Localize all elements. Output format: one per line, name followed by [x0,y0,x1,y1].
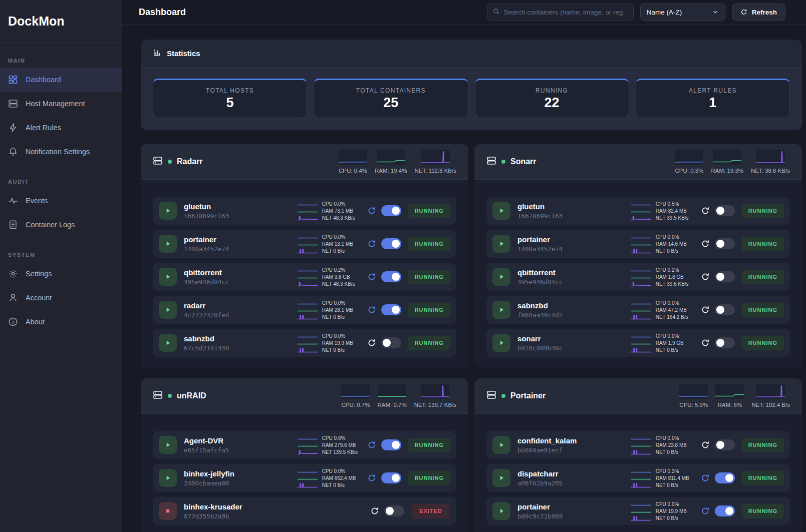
host-net-label: NET: 38.6 KB/s [751,168,790,174]
sort-select[interactable]: Name (A-Z) [640,4,725,21]
start-container-button[interactable] [492,202,510,220]
sidebar-item-label: Container Logs [26,221,75,229]
cpu-value: CPU 0.2% [656,267,698,273]
mini-stat-cpu: CPU 0.2% [631,267,698,273]
ram-value: RAM 82.4 MB [656,208,698,214]
sidebar-item-notification-settings[interactable]: Notification Settings [0,140,122,164]
container-row-portainer: portainer1408a3452e74CPU 0.0%RAM 14.6 MB… [486,230,790,258]
sidebar-item-events[interactable]: Events [0,189,122,213]
restart-container-icon[interactable] [367,440,376,449]
cpu-sparkline [631,201,652,207]
sidebar-item-alert-rules[interactable]: Alert Rules [0,116,122,140]
start-container-button[interactable] [492,301,510,319]
mini-stat-ram: RAM 1.9 GB [631,340,698,346]
restart-container-icon[interactable] [701,473,710,482]
container-row-portainer: portainerb89c9c71b069CPU 0.0%RAM 19.9 MB… [486,497,790,525]
cpu-value: CPU 0.0% [322,468,364,474]
ram-sparkline [631,442,652,448]
ram-value: RAM 23.8 MB [656,442,698,448]
sidebar-item-label: Events [26,197,48,205]
restart-container-icon[interactable] [367,239,376,248]
mini-stat-ram: RAM 47.2 MB [631,307,698,313]
container-name: gluetun [184,202,229,211]
cpu-sparkline [631,501,652,507]
play-icon [497,339,505,347]
start-container-button[interactable] [492,268,510,286]
container-mini-stats: CPU 0.0%RAM 13.1 MBNET 0 B/s [297,234,364,254]
auto-restart-toggle[interactable] [381,238,401,249]
restart-container-icon[interactable] [367,305,376,314]
container-mini-stats: CPU 0.5%RAM 82.4 MBNET 39.5 KB/s [631,201,698,221]
auto-restart-toggle[interactable] [715,205,735,216]
restart-container-icon[interactable] [701,272,710,281]
container-id: 1408a3452e74 [517,245,563,253]
auto-restart-toggle[interactable] [715,505,735,516]
toggle-knob [716,240,724,248]
restart-container-icon[interactable] [370,506,379,515]
start-container-button[interactable] [159,469,177,487]
refresh-button[interactable]: Refresh [732,4,785,21]
start-container-button[interactable] [492,469,510,487]
mini-stat-ram: RAM 19.9 MB [297,340,364,346]
restart-container-icon[interactable] [701,206,710,215]
start-container-button[interactable] [159,268,177,286]
cpu-sparkline [297,300,318,306]
restart-container-icon[interactable] [701,440,710,449]
auto-restart-toggle[interactable] [384,505,404,516]
auto-restart-toggle[interactable] [715,238,735,249]
container-row-agent-dvr: Agent-DVRe65f15afcfa5CPU 0.6%RAM 279.6 M… [153,431,456,459]
start-container-button[interactable] [159,334,177,352]
sidebar-item-dashboard[interactable]: Dashboard [0,68,122,92]
container-search[interactable] [487,4,634,21]
start-container-button[interactable] [492,235,510,253]
auto-restart-toggle[interactable] [715,439,735,450]
container-state-badge: RUNNING [742,204,784,218]
restart-container-icon[interactable] [367,473,376,482]
gear-icon [8,269,18,279]
search-input[interactable] [504,9,628,16]
start-container-button[interactable] [159,436,177,454]
sidebar-item-host-management[interactable]: Host Management [0,92,122,116]
host-ram-sparkline [377,150,405,165]
auto-restart-toggle[interactable] [715,271,735,282]
auto-restart-toggle[interactable] [381,439,401,450]
start-container-button[interactable] [492,436,510,454]
start-container-button[interactable] [492,502,510,520]
cpu-value: CPU 0.0% [656,435,698,441]
auto-restart-toggle[interactable] [715,472,735,483]
restart-container-icon[interactable] [367,272,376,281]
auto-restart-toggle[interactable] [381,472,401,483]
auto-restart-toggle[interactable] [381,205,401,216]
auto-restart-toggle[interactable] [381,304,401,315]
container-mini-stats: CPU 0.6%RAM 279.6 MBNET 139.5 KB/s [297,435,364,455]
sidebar-item-container-logs[interactable]: Container Logs [0,213,122,237]
auto-restart-toggle[interactable] [715,304,735,315]
start-container-button[interactable] [159,202,177,220]
sidebar-item-settings[interactable]: Settings [0,262,122,286]
restart-container-icon[interactable] [367,206,376,215]
net-sparkline [631,248,652,254]
restart-container-icon[interactable] [367,338,376,347]
restart-container-icon[interactable] [701,305,710,314]
restart-container-icon[interactable] [701,506,710,515]
mini-stat-ram: RAM 3.8 GB [297,274,364,280]
auto-restart-toggle[interactable] [381,271,401,282]
stat-card-alert-rules: ALERT RULES1 [636,79,790,118]
start-container-button[interactable] [159,301,177,319]
nav-section: SYSTEMSettingsAccountAbout [0,252,122,334]
start-container-button[interactable] [159,235,177,253]
nav-section: AUDITEventsContainer Logs [0,179,122,237]
auto-restart-toggle[interactable] [381,337,401,348]
auto-restart-toggle[interactable] [715,337,735,348]
sidebar-item-account[interactable]: Account [0,286,122,310]
mini-stat-net: NET 39.6 KB/s [631,281,698,287]
container-meta: radarr4c2722328fed [184,301,229,319]
container-mini-stats: CPU 0.0%RAM 14.6 MBNET 0 B/s [631,234,698,254]
restart-container-icon[interactable] [701,338,710,347]
container-state-badge: RUNNING [742,237,784,251]
stop-container-button[interactable] [159,502,177,520]
container-meta: Agent-DVRe65f15afcfa5 [184,436,229,454]
restart-container-icon[interactable] [701,239,710,248]
start-container-button[interactable] [492,334,510,352]
sidebar-item-about[interactable]: About [0,310,122,334]
